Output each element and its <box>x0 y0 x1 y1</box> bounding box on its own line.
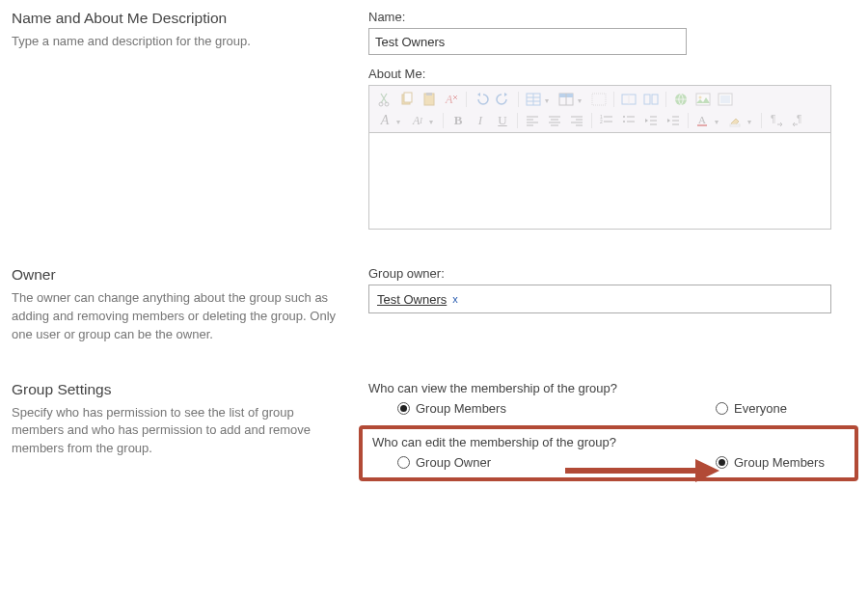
justify-right-icon[interactable] <box>569 113 584 128</box>
radio-icon <box>397 456 410 469</box>
section-desc: The owner can change anything about the … <box>12 289 349 344</box>
copy-icon[interactable] <box>399 92 415 107</box>
edit-membership-question: Who can edit the membership of the group… <box>372 435 849 449</box>
owner-chip-name[interactable]: Test Owners <box>377 292 447 307</box>
text-color-icon[interactable]: A <box>695 113 711 128</box>
ltr-icon[interactable]: ¶ <box>769 113 784 128</box>
justify-left-icon[interactable] <box>525 113 540 128</box>
font-size-icon[interactable]: AI <box>410 113 425 128</box>
split-icon[interactable] <box>643 92 659 107</box>
cut-icon[interactable] <box>377 92 393 107</box>
radio-edit-group-members[interactable]: Group Members <box>716 455 825 470</box>
image-icon[interactable] <box>695 92 711 107</box>
svg-rect-18 <box>652 95 658 104</box>
section-title: Owner <box>12 266 349 284</box>
svg-rect-14 <box>592 94 606 105</box>
radio-label: Group Members <box>734 455 825 470</box>
view-membership-question: Who can view the membership of the group… <box>368 381 856 395</box>
radio-icon <box>397 402 410 415</box>
section-right: Group owner: Test Owners x <box>368 266 856 344</box>
edit-membership-options: Group Owner Group Members <box>368 455 849 470</box>
svg-rect-52 <box>730 124 740 126</box>
section-left: Name and About Me Description Type a nam… <box>12 10 368 230</box>
remove-owner-icon[interactable]: x <box>452 293 458 305</box>
view-membership-options: Group Members Everyone <box>368 401 856 416</box>
rich-text-editor: A ▾ ▾ A▾ A <box>368 85 831 230</box>
clear-format-icon[interactable]: A <box>444 92 459 107</box>
radio-label: Everyone <box>734 401 787 416</box>
section-left: Group Settings Specify who has permissio… <box>12 381 368 481</box>
name-input[interactable] <box>368 28 687 55</box>
radio-view-everyone[interactable]: Everyone <box>716 401 787 416</box>
svg-rect-51 <box>697 124 707 126</box>
svg-point-40 <box>623 116 625 118</box>
font-icon[interactable]: A <box>377 113 393 128</box>
rte-toolbar: A ▾ ▾ A▾ A <box>368 85 831 133</box>
name-label: Name: <box>368 10 856 24</box>
section-group-settings: Group Settings Specify who has permissio… <box>12 381 856 481</box>
svg-rect-3 <box>404 93 412 102</box>
section-desc: Type a name and description for the grou… <box>12 33 349 51</box>
show-grid-icon[interactable] <box>591 92 607 107</box>
svg-text:A: A <box>698 114 706 125</box>
about-me-editor[interactable] <box>368 133 831 230</box>
svg-rect-5 <box>426 93 432 95</box>
radio-label: Group Owner <box>416 455 491 470</box>
radio-label: Group Members <box>416 401 506 416</box>
svg-point-21 <box>699 96 702 99</box>
outdent-icon[interactable] <box>643 113 659 128</box>
indent-icon[interactable] <box>665 113 681 128</box>
redo-icon[interactable] <box>496 92 511 107</box>
paste-icon[interactable] <box>421 92 437 107</box>
svg-rect-23 <box>720 95 730 103</box>
underline-icon[interactable]: U <box>495 113 510 128</box>
section-right: Who can view the membership of the group… <box>368 381 856 481</box>
table-style-icon[interactable] <box>558 92 574 107</box>
section-title: Name and About Me Description <box>12 10 349 27</box>
section-owner: Owner The owner can change anything abou… <box>12 266 856 344</box>
insert-table-icon[interactable] <box>526 92 541 107</box>
radio-view-group-members[interactable]: Group Members <box>397 401 716 416</box>
section-title: Group Settings <box>12 381 349 398</box>
section-desc: Specify who has permission to see the li… <box>12 404 349 459</box>
section-name-about: Name and About Me Description Type a nam… <box>12 10 856 230</box>
bullet-list-icon[interactable] <box>621 113 637 128</box>
svg-text:2: 2 <box>600 119 603 124</box>
section-left: Owner The owner can change anything abou… <box>12 266 368 344</box>
svg-rect-20 <box>696 94 710 105</box>
link-icon[interactable] <box>673 92 689 107</box>
merge-icon[interactable] <box>621 92 637 107</box>
svg-point-41 <box>623 121 625 122</box>
svg-rect-17 <box>644 95 650 104</box>
svg-text:A: A <box>445 93 453 106</box>
annotation-highlight: Who can edit the membership of the group… <box>359 425 858 481</box>
about-label: About Me: <box>368 67 856 81</box>
radio-edit-group-owner[interactable]: Group Owner <box>397 455 716 470</box>
svg-text:¶: ¶ <box>771 114 775 124</box>
undo-icon[interactable] <box>474 92 489 107</box>
numbered-list-icon[interactable]: 12 <box>599 113 614 128</box>
owner-label: Group owner: <box>368 266 856 281</box>
rtl-icon[interactable]: ¶ <box>791 113 806 128</box>
media-icon[interactable] <box>718 92 733 107</box>
svg-text:¶: ¶ <box>797 114 801 124</box>
highlight-icon[interactable] <box>728 113 744 128</box>
justify-center-icon[interactable] <box>547 113 562 128</box>
section-right: Name: About Me: A ▾ ▾ <box>368 10 856 230</box>
italic-icon[interactable]: I <box>473 113 488 128</box>
radio-icon <box>716 402 728 415</box>
group-owner-input[interactable]: Test Owners x <box>368 285 831 313</box>
radio-icon <box>716 456 728 469</box>
bold-icon[interactable]: B <box>450 113 466 128</box>
